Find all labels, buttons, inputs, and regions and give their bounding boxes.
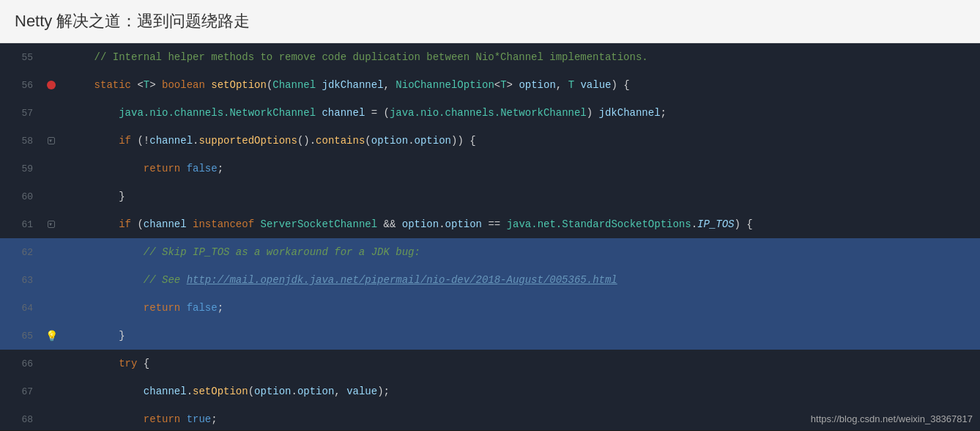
- code-content-64: return false;: [62, 302, 980, 314]
- gutter-65[interactable]: 💡: [40, 330, 62, 342]
- code-line-67: 67 channel.setOption(option.option, valu…: [0, 377, 980, 405]
- code-content-60: }: [62, 191, 980, 202]
- code-content-56: static <T> boolean setOption(Channel jdk…: [62, 79, 980, 91]
- url-badge: https://blog.csdn.net/weixin_38367817: [811, 413, 973, 424]
- code-line-66: 66 try {: [0, 350, 980, 377]
- code-line-57: 57 java.nio.channels.NetworkChannel chan…: [0, 99, 980, 127]
- code-line-56: 56 static <T> boolean setOption(Channel …: [0, 71, 980, 99]
- code-line-64: 64 return false;: [0, 294, 980, 322]
- page-title: Netty 解决之道：遇到问题绕路走: [15, 12, 250, 30]
- code-line-60: 60 }: [0, 183, 980, 210]
- line-number-68: 68: [0, 414, 40, 425]
- code-line-59: 59 return false;: [0, 155, 980, 183]
- gutter-61[interactable]: [40, 221, 62, 228]
- code-content-61: if (channel instanceof ServerSocketChann…: [62, 218, 980, 230]
- code-content-66: try {: [62, 358, 980, 369]
- code-line-65: 65 💡 }: [0, 322, 980, 350]
- lightbulb-icon[interactable]: 💡: [45, 330, 58, 342]
- gutter-58[interactable]: [40, 137, 62, 144]
- line-number-66: 66: [0, 358, 40, 369]
- code-line-61: 61 if (channel instanceof ServerSocketCh…: [0, 210, 980, 238]
- code-line-62: 62 // Skip IP_TOS as a workaround for a …: [0, 238, 980, 266]
- code-content-57: java.nio.channels.NetworkChannel channel…: [62, 107, 980, 119]
- breakpoint-icon[interactable]: [47, 81, 56, 89]
- code-content-58: if (!channel.supportedOptions().contains…: [62, 135, 980, 147]
- line-number-64: 64: [0, 303, 40, 314]
- code-content-63: // See http://mail.openjdk.java.net/pipe…: [62, 274, 980, 286]
- line-number-58: 58: [0, 136, 40, 147]
- code-content-59: return false;: [62, 163, 980, 174]
- gutter-56: [40, 81, 62, 89]
- title-bar: Netty 解决之道：遇到问题绕路走: [0, 0, 980, 43]
- line-number-56: 56: [0, 80, 40, 91]
- line-number-55: 55: [0, 52, 40, 63]
- fold-arrow-58[interactable]: [48, 137, 55, 144]
- line-number-65: 65: [0, 331, 40, 342]
- code-line-58: 58 if (!channel.supportedOptions().conta…: [0, 127, 980, 155]
- line-number-67: 67: [0, 386, 40, 397]
- code-line-55: 55 // Internal helper methods to remove …: [0, 43, 980, 71]
- code-line-63: 63 // See http://mail.openjdk.java.net/p…: [0, 266, 980, 294]
- fold-arrow-61[interactable]: [48, 221, 55, 228]
- line-number-63: 63: [0, 275, 40, 286]
- code-container: 55 // Internal helper methods to remove …: [0, 43, 980, 430]
- line-number-61: 61: [0, 219, 40, 230]
- line-number-59: 59: [0, 163, 40, 174]
- line-number-60: 60: [0, 191, 40, 202]
- code-content-55: // Internal helper methods to remove cod…: [62, 51, 980, 63]
- code-content-67: channel.setOption(option.option, value);: [62, 386, 980, 397]
- line-number-57: 57: [0, 108, 40, 119]
- line-number-62: 62: [0, 247, 40, 258]
- code-content-62: // Skip IP_TOS as a workaround for a JDK…: [62, 246, 980, 258]
- code-content-65: }: [62, 330, 980, 342]
